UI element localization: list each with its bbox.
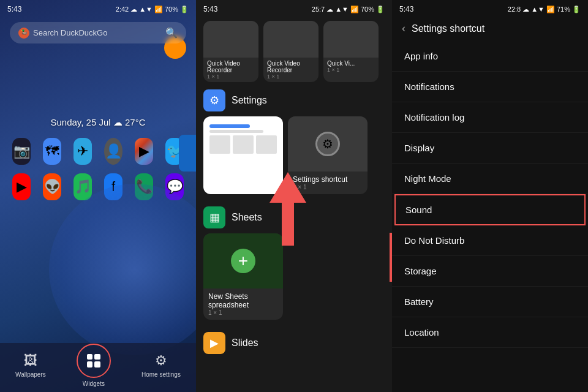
- video-rec-name-2: Quick Video Recorder: [267, 60, 315, 74]
- app-icon-play[interactable]: ▶: [135, 138, 153, 165]
- settings-status-icons: 22:8 ☁ ▲▼ 📶 71% 🔋: [508, 6, 581, 13]
- new-sheet-widget-name: New Sheets spreadsheet: [208, 292, 278, 309]
- settings-widget-section: ⚙ Settings Dashboard: [196, 82, 392, 197]
- sheets-widget-cards: + New Sheets spreadsheet 1 × 1: [196, 233, 392, 320]
- date-weather: Sunday, 25 Jul ☁ 27°C: [0, 117, 196, 128]
- app-icon-maps[interactable]: 🗺: [43, 138, 61, 165]
- settings-item-notifications[interactable]: Notifications: [392, 72, 588, 102]
- settings-item-dnd[interactable]: Do Not Disturb: [392, 225, 588, 256]
- slides-app-name: Slides: [232, 337, 258, 349]
- video-rec-preview-2: [263, 21, 318, 58]
- settings-shortcut-title: Settings shortcut: [412, 23, 484, 34]
- add-circle-icon: +: [231, 249, 255, 273]
- settings-item-notification-log[interactable]: Notification log: [392, 102, 588, 133]
- new-sheet-preview: +: [203, 233, 283, 288]
- video-rec-preview-1: [203, 21, 258, 58]
- sheets-app-header: ▦ Sheets: [196, 199, 392, 233]
- video-rec-size-1: 1 × 1: [207, 74, 255, 80]
- settings-time: 5:43: [399, 5, 413, 13]
- settings-app-header: ⚙ Settings: [196, 82, 392, 116]
- settings-app-icon: ⚙: [203, 89, 225, 111]
- settings-shortcut-widget-name: Settings shortcut: [293, 175, 363, 184]
- sheets-widget-section: ▦ Sheets + New Sheets spreadsheet 1 × 1: [196, 199, 392, 320]
- home-status-icons: 2:42 ☁ ▲▼ 📶 70% 🔋: [116, 6, 189, 13]
- video-rec-size-3: 1 × 1: [327, 67, 375, 73]
- settings-gear-icon: ⚙: [315, 132, 340, 156]
- dashboard-preview: [203, 116, 283, 194]
- video-rec-preview-3: [323, 21, 379, 58]
- widget-time: 5:43: [203, 5, 217, 13]
- home-bottom-bar: 🖼 Wallpapers Widgets ⚙ Home settings: [0, 343, 196, 392]
- slides-app-icon: ▶: [203, 332, 225, 354]
- settings-item-battery[interactable]: Battery: [392, 287, 588, 317]
- search-bar[interactable]: 🦆 Search DuckDuckGo 🔍: [10, 22, 186, 43]
- video-rec-name-3: Quick Vi...: [327, 60, 375, 67]
- settings-shortcut-preview: ⚙: [288, 116, 368, 172]
- settings-widget-cards: Dashboard 5 × 2 ⚙ Settings shortcut 1 × …: [196, 116, 392, 197]
- video-rec-card-2[interactable]: Quick Video Recorder 1 × 1: [263, 21, 318, 82]
- home-settings-label: Home settings: [141, 371, 181, 378]
- red-border-indicator: [390, 233, 392, 282]
- widgets-grid-icon: [87, 354, 100, 368]
- video-recorder-row: Quick Video Recorder 1 × 1 Quick Video R…: [196, 16, 392, 82]
- bottom-home-settings[interactable]: ⚙ Home settings: [141, 353, 181, 378]
- settings-shortcut-widget-card[interactable]: ⚙ Settings shortcut 1 × 1: [288, 116, 368, 194]
- app-icon-camera[interactable]: 📷: [12, 138, 31, 165]
- sheets-app-icon: ▦: [203, 206, 225, 228]
- slides-widget-section: ▶ Slides: [196, 325, 392, 359]
- app-icon-person[interactable]: 👤: [104, 138, 123, 165]
- dashboard-widget-card[interactable]: Dashboard 5 × 2: [203, 116, 283, 194]
- settings-item-night-mode[interactable]: Night Mode: [392, 164, 588, 194]
- blue-widget: [179, 135, 196, 172]
- video-rec-size-2: 1 × 1: [267, 74, 315, 80]
- search-placeholder: Search DuckDuckGo: [33, 28, 107, 37]
- settings-header: ‹ Settings shortcut: [392, 16, 588, 41]
- settings-item-sound[interactable]: Sound: [394, 194, 586, 225]
- widget-status-icons: 25:7 ☁ ▲▼ 📶 70% 🔋: [312, 6, 385, 13]
- home-settings-icon: ⚙: [155, 353, 167, 369]
- widget-status-bar: 5:43 25:7 ☁ ▲▼ 📶 70% 🔋: [196, 0, 392, 16]
- wallpapers-label: Wallpapers: [15, 371, 46, 378]
- video-rec-name-1: Quick Video Recorder: [207, 60, 255, 74]
- settings-list: App info Notifications Notification log …: [392, 41, 588, 348]
- new-sheet-widget-card[interactable]: + New Sheets spreadsheet 1 × 1: [203, 233, 283, 320]
- duckduckgo-icon: 🦆: [18, 28, 29, 39]
- app-icon-facebook[interactable]: f: [104, 173, 123, 200]
- wallpapers-icon: 🖼: [24, 353, 37, 369]
- app-icon-phone[interactable]: 📞: [135, 173, 153, 200]
- bottom-widgets[interactable]: Widgets: [77, 344, 111, 387]
- widget-picker-panel: 5:43 25:7 ☁ ▲▼ 📶 70% 🔋 Quick Video Recor…: [196, 0, 392, 392]
- app-row-1: 📷 🗺 ✈ 👤 ▶ 🐦: [0, 138, 196, 165]
- settings-panel: 5:43 22:8 ☁ ▲▼ 📶 71% 🔋 ‹ Settings shortc…: [392, 0, 588, 392]
- settings-shortcut-widget-size: 1 × 1: [293, 184, 363, 190]
- settings-item-location[interactable]: Location: [392, 317, 588, 348]
- settings-app-name: Settings: [232, 95, 267, 106]
- sheets-app-name: Sheets: [232, 212, 262, 223]
- search-magnifier-icon: 🔍: [165, 27, 178, 39]
- widgets-label: Widgets: [83, 380, 105, 387]
- app-icon-telegram[interactable]: ✈: [74, 138, 92, 165]
- widgets-circle: [77, 344, 111, 378]
- app-icon-messenger[interactable]: 💬: [165, 173, 184, 200]
- new-sheet-widget-size: 1 × 1: [208, 309, 278, 316]
- video-rec-card-3[interactable]: Quick Vi... 1 × 1: [323, 21, 379, 82]
- home-time: 5:43: [7, 5, 21, 13]
- home-status-bar: 5:43 2:42 ☁ ▲▼ 📶 70% 🔋: [0, 0, 196, 16]
- bottom-wallpapers[interactable]: 🖼 Wallpapers: [15, 353, 46, 378]
- settings-item-app-info[interactable]: App info: [392, 41, 588, 72]
- home-screen: 5:43 2:42 ☁ ▲▼ 📶 70% 🔋 🦆 Search DuckDuck…: [0, 0, 196, 392]
- video-rec-card-1[interactable]: Quick Video Recorder 1 × 1: [203, 21, 258, 82]
- app-icon-reddit[interactable]: 👽: [43, 173, 61, 200]
- slides-app-header: ▶ Slides: [196, 325, 392, 359]
- back-arrow-icon[interactable]: ‹: [402, 22, 405, 35]
- app-row-2: ▶ 👽 🎵 f 📞 💬: [0, 173, 196, 200]
- settings-status-bar: 5:43 22:8 ☁ ▲▼ 📶 71% 🔋: [392, 0, 588, 16]
- settings-item-display[interactable]: Display: [392, 133, 588, 164]
- settings-item-storage[interactable]: Storage: [392, 256, 588, 287]
- app-icon-spotify[interactable]: 🎵: [74, 173, 92, 200]
- app-icon-youtube[interactable]: ▶: [12, 173, 31, 200]
